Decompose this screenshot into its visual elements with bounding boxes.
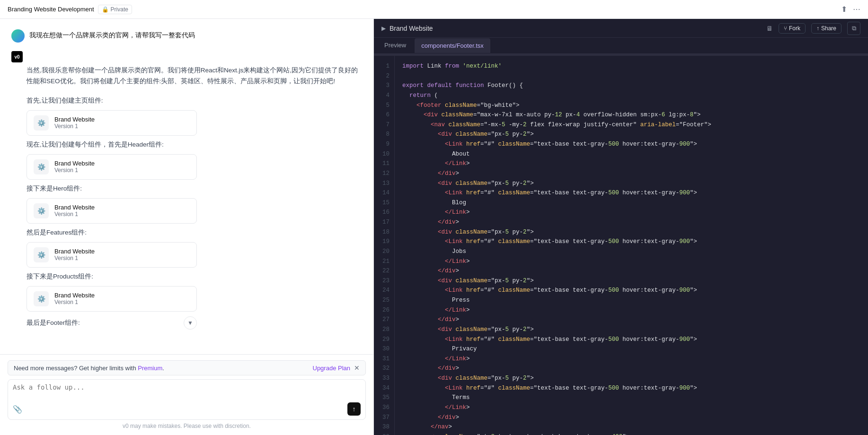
section1: 首先,让我们创建主页组件: ⚙️ Brand Website Version 1 <box>11 96 362 136</box>
upgrade-text: Need more messages? Get higher limits wi… <box>14 365 138 372</box>
topbar: Branding Website Development 🔒 Private ⬆… <box>0 0 868 19</box>
collapse-button[interactable]: ▼ <box>184 316 197 330</box>
badge-label: Private <box>111 6 128 13</box>
section6: 最后是Footer组件: ▼ <box>27 315 197 331</box>
card2-icon: ⚙️ <box>34 159 49 174</box>
preview-card-1[interactable]: ⚙️ Brand Website Version 1 <box>27 110 197 136</box>
preview-card-4[interactable]: ⚙️ Brand Website Version 1 <box>27 242 197 268</box>
preview-card-5[interactable]: ⚙️ Brand Website Version 1 <box>27 286 197 312</box>
line-numbers: 1234567891011121314151617181920212223242… <box>374 56 395 435</box>
preview-card-3[interactable]: ⚙️ Brand Website Version 1 <box>27 198 197 224</box>
code-tabs: Preview components/Footer.tsx <box>374 38 868 54</box>
avatar <box>11 29 25 43</box>
user-message-text: 我现在想做一个品牌展示类的官网，请帮我写一整套代码 <box>29 28 195 40</box>
card1-icon: ⚙️ <box>34 115 49 130</box>
ai-response-text: 当然,我很乐意帮你创建一个品牌展示类的官网。我们将使用React和Next.js… <box>27 65 362 87</box>
card2-info: Brand Website Version 1 <box>54 160 95 174</box>
chat-panel: 我现在想做一个品牌展示类的官网，请帮我写一整套代码 v0 当然,我很乐意帮你创建… <box>0 19 374 435</box>
card4-info: Brand Website Version 1 <box>54 248 95 261</box>
code-header-right: 🖥 ⑂ Fork ↑ Share ⧉ <box>766 22 860 35</box>
chat-input[interactable] <box>13 383 361 399</box>
upgrade-message: Need more messages? Get higher limits wi… <box>14 365 164 372</box>
card4-title: Brand Website <box>54 248 95 255</box>
card2-sub: Version 1 <box>54 167 95 174</box>
preview-card-2[interactable]: ⚙️ Brand Website Version 1 <box>27 154 197 180</box>
section6-row: 最后是Footer组件: ▼ <box>27 315 197 331</box>
more-icon[interactable]: ⋯ <box>853 5 860 14</box>
code-content: import Link from 'next/link' export defa… <box>395 56 868 435</box>
send-button[interactable]: ↑ <box>347 402 361 416</box>
section4-label: 然后是Features组件: <box>27 227 362 238</box>
card5-title: Brand Website <box>54 292 95 299</box>
share-label: Share <box>821 25 836 32</box>
lock-icon: 🔒 <box>102 6 109 13</box>
chevron-right-icon: ▶ <box>381 25 386 32</box>
code-header: ▶ Brand Website 🖥 ⑂ Fork ↑ Share ⧉ <box>374 19 868 38</box>
desktop-icon[interactable]: 🖥 <box>766 25 773 32</box>
section6-label: 最后是Footer组件: <box>27 319 80 327</box>
card3-title: Brand Website <box>54 204 95 211</box>
fork-button[interactable]: ⑂ Fork <box>779 23 806 34</box>
card4-sub: Version 1 <box>54 255 95 261</box>
section4: 然后是Features组件: ⚙️ Brand Website Version … <box>11 227 362 268</box>
section1-label: 首先,让我们创建主页组件: <box>27 96 362 106</box>
topbar-title: Branding Website Development <box>8 6 94 13</box>
private-badge: 🔒 Private <box>98 5 132 14</box>
section5: 接下来是Products组件: ⚙️ Brand Website Version… <box>11 271 362 312</box>
ai-header: v0 <box>11 51 362 62</box>
card5-icon: ⚙️ <box>34 291 49 306</box>
chat-bottom: Need more messages? Get higher limits wi… <box>0 354 373 435</box>
card3-sub: Version 1 <box>54 211 95 218</box>
upgrade-link[interactable]: Premium <box>138 365 162 372</box>
copy-button[interactable]: ⧉ <box>847 22 860 35</box>
ai-message: v0 当然,我很乐意帮你创建一个品牌展示类的官网。我们将使用React和Next… <box>11 51 362 87</box>
topbar-left: Branding Website Development 🔒 Private <box>8 5 132 14</box>
ai-logo: v0 <box>11 51 23 62</box>
section3-label: 接下来是Hero组件: <box>27 183 362 194</box>
user-message: 我现在想做一个品牌展示类的官网，请帮我写一整套代码 <box>11 28 362 43</box>
tab-preview[interactable]: Preview <box>378 38 413 53</box>
fork-label: Fork <box>789 25 800 32</box>
upgrade-banner: Need more messages? Get higher limits wi… <box>8 360 366 375</box>
topbar-right: ⬆ ⋯ <box>841 5 860 14</box>
input-actions: 📎 ↑ <box>13 402 361 416</box>
code-editor[interactable]: 1234567891011121314151617181920212223242… <box>374 56 868 435</box>
card4-icon: ⚙️ <box>34 247 49 262</box>
upgrade-plan-button[interactable]: Upgrade Plan <box>313 365 351 372</box>
share-icon-code: ↑ <box>816 25 819 32</box>
card1-info: Brand Website Version 1 <box>54 116 95 130</box>
section3: 接下来是Hero组件: ⚙️ Brand Website Version 1 <box>11 183 362 224</box>
card1-sub: Version 1 <box>54 123 95 130</box>
card2-title: Brand Website <box>54 160 95 167</box>
card3-icon: ⚙️ <box>34 203 49 218</box>
section2-label: 现在,让我们创建每个组件，首先是Header组件: <box>27 139 362 150</box>
section2: 现在,让我们创建每个组件，首先是Header组件: ⚙️ Brand Websi… <box>11 139 362 180</box>
card3-info: Brand Website Version 1 <box>54 204 95 218</box>
attach-button[interactable]: 📎 <box>13 405 22 414</box>
share-button[interactable]: ↑ Share <box>811 23 841 34</box>
main-layout: 我现在想做一个品牌展示类的官网，请帮我写一整套代码 v0 当然,我很乐意帮你创建… <box>0 19 868 435</box>
code-header-left: ▶ Brand Website <box>381 25 433 32</box>
code-title: Brand Website <box>390 25 433 32</box>
card1-title: Brand Website <box>54 116 95 123</box>
fork-icon: ⑂ <box>784 25 787 32</box>
input-area: 📎 ↑ <box>8 379 366 420</box>
card5-info: Brand Website Version 1 <box>54 292 95 305</box>
code-panel: ▶ Brand Website 🖥 ⑂ Fork ↑ Share ⧉ Previ… <box>374 19 868 435</box>
chat-messages: 我现在想做一个品牌展示类的官网，请帮我写一整套代码 v0 当然,我很乐意帮你创建… <box>0 19 373 354</box>
section5-label: 接下来是Products组件: <box>27 271 362 282</box>
upgrade-right: Upgrade Plan ✕ <box>313 364 360 372</box>
card5-sub: Version 1 <box>54 299 95 305</box>
disclaimer: v0 may make mistakes. Please use with di… <box>8 423 366 429</box>
share-icon[interactable]: ⬆ <box>841 5 847 14</box>
tab-file[interactable]: components/Footer.tsx <box>415 38 490 53</box>
close-icon[interactable]: ✕ <box>354 364 360 372</box>
